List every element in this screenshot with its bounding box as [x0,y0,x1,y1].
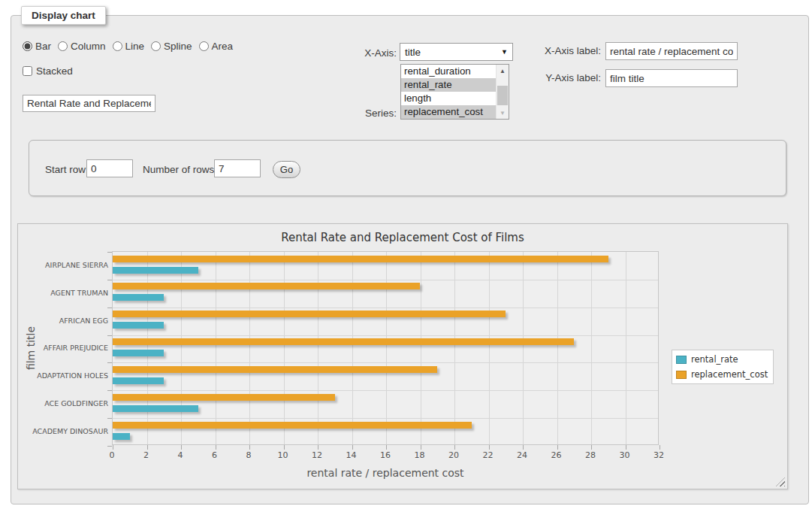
category-label: ACADEMY DINOSAUR [18,417,108,445]
radio-label: Column [71,41,106,52]
series-option-rental_rate[interactable]: rental_rate [401,78,496,92]
chart-type-radio-bar[interactable]: Bar [23,41,51,52]
category-label: ADAPTATION HOLES [18,362,108,389]
plot-area [112,251,659,445]
legend-swatch-rental_rate [676,356,687,364]
chart-type-radio-group: BarColumnLineSplineArea [23,41,233,52]
chart-type-radio-area[interactable]: Area [199,41,234,52]
bar-rental_rate [113,322,164,329]
legend-row-rental_rate: rental_rate [676,354,768,365]
x-tick-label: 26 [551,450,562,460]
x-tick-label: 24 [517,450,527,460]
x-axis-selected-value: title [405,47,421,58]
x-tickmark [216,445,216,450]
x-tick-label: 0 [110,450,115,460]
y-axis-label-label: Y-Axis label: [528,72,601,84]
x-tickmark [113,445,113,450]
number-of-rows-label: Number of rows: [143,164,217,176]
go-button[interactable]: Go [273,161,300,178]
gridline [557,252,558,444]
x-tickmark [454,445,455,450]
x-tick-label: 16 [380,450,391,460]
legend-label: rental_rate [691,354,738,365]
y-tickmark [107,446,112,447]
radio-input-bar[interactable] [23,41,32,51]
x-tickmark [489,445,490,450]
category-label: AGENT TRUMAN [18,279,108,307]
stacked-checkbox[interactable] [23,66,32,76]
bar-replacement_cost [113,394,335,401]
gridline [284,252,285,444]
category-label: AFRICAN EGG [18,307,108,335]
gridline [523,252,524,444]
chart-legend: rental_ratereplacement_cost [672,350,774,384]
x-tick-label: 8 [246,450,252,460]
bar-replacement_cost [113,366,437,373]
legend-row-replacement_cost: replacement_cost [676,369,768,380]
series-option-length[interactable]: length [401,92,496,105]
bar-rental_rate [113,267,198,274]
x-tickmark [249,445,250,450]
legend-swatch-replacement_cost [676,371,687,379]
number-of-rows-input[interactable] [214,159,261,177]
chart-container: Rental Rate and Replacement Cost of Film… [17,223,788,489]
gridline [626,252,626,444]
x-axis-select[interactable]: title ▼ [400,43,513,61]
bar-rental_rate [113,350,164,356]
gridline [113,418,658,419]
fieldset-legend: Display chart [21,6,106,25]
chevron-down-icon: ▼ [501,48,508,56]
chart-title: Rental Rate and Replacement Cost of Film… [18,231,787,244]
x-tickmark [284,445,285,450]
x-tickmark [421,445,421,450]
series-option-replacement_cost[interactable]: replacement_cost [401,105,496,119]
gridline [352,252,353,444]
radio-input-spline[interactable] [151,41,161,51]
x-tickmark [181,445,182,450]
radio-input-column[interactable] [58,41,68,51]
x-tick-label: 2 [143,450,149,460]
category-label: ACE GOLDFINGER [18,389,108,417]
x-tick-label: 4 [178,450,183,460]
gridline [454,252,455,444]
x-tick-label: 32 [654,450,664,460]
radio-label: Area [212,41,234,52]
stacked-checkbox-row[interactable]: Stacked [23,65,73,77]
chart-type-radio-line[interactable]: Line [113,41,145,52]
chart-type-radio-spline[interactable]: Spline [151,41,192,52]
scroll-up-icon[interactable]: ▲ [497,65,509,77]
listbox-scrollbar[interactable]: ▲ ▼ [496,65,509,119]
x-axis-label-input[interactable] [605,42,738,60]
x-tickmark [386,445,387,450]
scroll-down-icon[interactable]: ▼ [497,107,509,119]
resize-handle-icon[interactable] [776,477,785,486]
gridline [181,252,182,444]
series-option-rental_duration[interactable]: rental_duration [401,65,496,78]
x-tickmark [591,445,592,450]
gridline [318,252,318,444]
chart-x-axis-title: rental rate / replacement cost [112,467,659,479]
chart-title-input[interactable] [23,95,155,112]
bar-rental_rate [113,294,164,301]
series-listbox[interactable]: rental_durationrental_ratelengthreplacem… [400,64,509,120]
gridline [113,335,658,336]
chart-type-radio-column[interactable]: Column [58,41,106,52]
y-axis-label-input[interactable] [605,69,738,87]
series-select-label: Series: [343,108,397,120]
stacked-label: Stacked [36,65,73,77]
start-row-input[interactable] [86,159,133,177]
gridline [147,252,148,444]
gridline [489,252,490,444]
x-tick-label: 6 [212,450,217,460]
bar-rental_rate [113,377,164,384]
gridline [113,362,658,363]
radio-input-line[interactable] [113,41,122,51]
bar-rental_rate [113,433,130,440]
x-axis-label-label: X-Axis label: [528,45,601,57]
category-label: AFFAIR PREJUDICE [18,335,108,362]
radio-input-area[interactable] [199,41,209,51]
scrollbar-thumb[interactable] [497,86,508,105]
x-tickmark [523,445,524,450]
gridline [591,252,592,444]
x-tick-label: 10 [278,450,288,460]
